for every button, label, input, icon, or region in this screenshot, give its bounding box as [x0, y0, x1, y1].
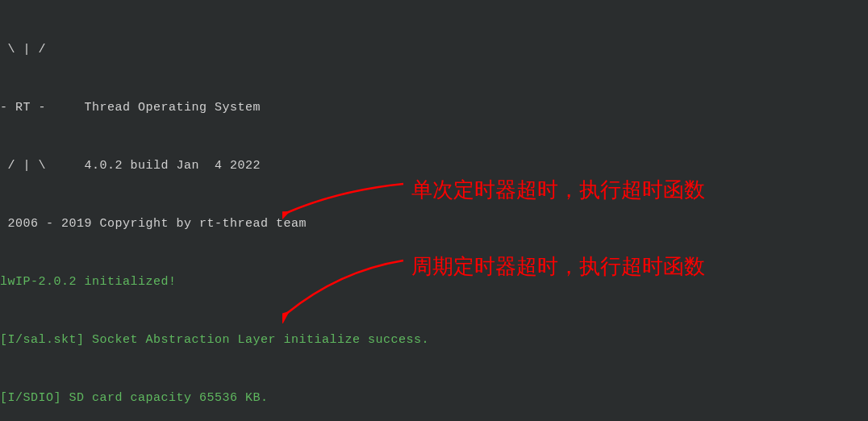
sal-init-line: [I/sal.skt] Socket Abstraction Layer ini…: [0, 331, 868, 350]
annotation-text-2: 周期定时器超时，执行超时函数: [411, 250, 705, 284]
copyright-line: 2006 - 2019 Copyright by rt-thread team: [0, 215, 868, 234]
annotation-oneshot: 单次定时器超时，执行超时函数: [282, 173, 705, 207]
logo-line-1: \ | /: [0, 40, 868, 60]
arrow-icon: [282, 251, 403, 283]
terminal-output: \ | / - RT - Thread Operating System / |…: [0, 2, 868, 421]
annotation-text-1: 单次定时器超时，执行超时函数: [411, 173, 705, 207]
sdio-capacity-line: [I/SDIO] SD card capacity 65536 KB.: [0, 389, 868, 408]
annotation-periodic: 周期定时器超时，执行超时函数: [282, 250, 705, 284]
arrow-icon: [282, 174, 403, 206]
logo-line-2: - RT - Thread Operating System: [0, 98, 868, 118]
